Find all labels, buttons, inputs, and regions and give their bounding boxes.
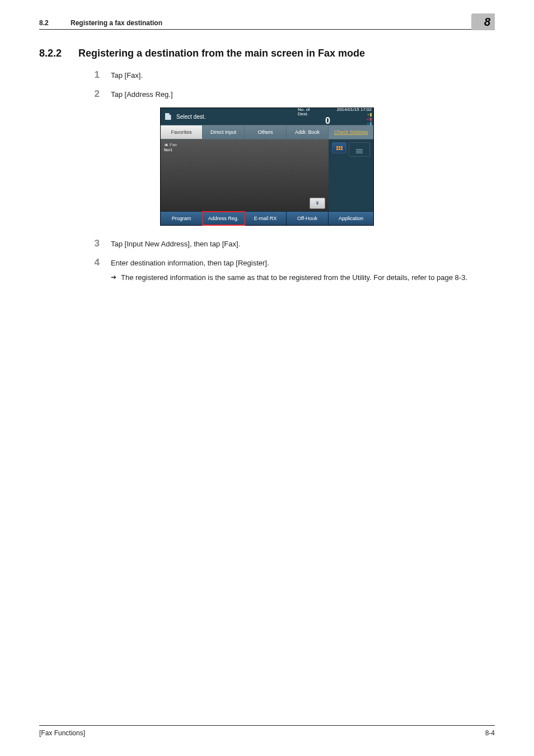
sub-step: ➔ The registered information is the same… (111, 273, 495, 283)
bb-off-hook[interactable]: Off-Hook (287, 212, 329, 225)
running-header-number: 8.2 (39, 19, 71, 27)
svg-rect-1 (166, 118, 170, 118)
mfp-body: Fax fax1 ≡ ▼ (161, 139, 373, 211)
step-text: Tap [Fax]. (111, 69, 495, 80)
datetime: 2014/01/15 17:02 Y M C (332, 108, 373, 125)
job-list-icon[interactable] (161, 108, 176, 125)
list-icon (356, 149, 363, 153)
page-footer: [Fax Functions] 8-4 (39, 725, 495, 737)
date-text: 2014/01/15 17:02 (337, 108, 372, 112)
toner-indicator: Y (367, 113, 372, 116)
chevron-down-icon: ▼ (316, 203, 320, 205)
step-3: 3 Tap [Input New Address], then tap [Fax… (39, 238, 495, 249)
footer-left: [Fax Functions] (39, 729, 85, 737)
step-1: 1 Tap [Fax]. (39, 69, 495, 81)
check-settings-link[interactable]: Check Settings (329, 125, 373, 139)
step-number: 1 (39, 69, 111, 81)
step-number: 2 (39, 88, 111, 100)
section-title: Registering a destination from the main … (78, 48, 495, 59)
view-list-button[interactable] (349, 142, 370, 157)
toner-indicator: M (367, 118, 372, 121)
section-number: 8.2.2 (39, 48, 78, 59)
destination-list-area: Fax fax1 ≡ ▼ (161, 139, 329, 211)
dest-count-label: No. of Dest. (298, 108, 332, 116)
bb-address-reg[interactable]: Address Reg. (203, 212, 245, 225)
entry-name: fax1 (164, 148, 195, 153)
bb-email-rx[interactable]: E-mail RX (245, 212, 287, 225)
mfp-side-panel (329, 139, 373, 211)
mfp-top-bar: Select dest. No. of Dest. 0 2014/01/15 1… (161, 108, 373, 125)
grid-icon (336, 146, 343, 150)
view-grid-button[interactable] (332, 142, 346, 153)
step-number: 3 (39, 238, 111, 249)
footer-right: 8-4 (485, 729, 495, 737)
dest-count: No. of Dest. 0 (298, 108, 332, 125)
bb-program[interactable]: Program (161, 212, 203, 225)
steps-list: 1 Tap [Fax]. 2 Tap [Address Reg.] Select… (39, 69, 495, 283)
scroll-down-button[interactable]: ≡ ▼ (310, 198, 325, 209)
svg-rect-0 (166, 116, 170, 117)
arrow-right-icon: ➔ (111, 273, 121, 281)
section-heading: 8.2.2 Registering a destination from the… (39, 48, 495, 59)
chapter-tab: 8 (471, 13, 495, 30)
mfp-panel: Select dest. No. of Dest. 0 2014/01/15 1… (160, 108, 374, 226)
bb-application[interactable]: Application (329, 212, 373, 225)
mfp-bottom-bar: Program Address Reg. E-mail RX Off-Hook … (161, 211, 373, 225)
step-text: Tap [Input New Address], then tap [Fax]. (111, 238, 495, 248)
mfp-tab-row: Favorites Direct Input Others Addr. Book… (161, 125, 373, 139)
tab-addr-book[interactable]: Addr. Book (287, 125, 329, 139)
mfp-title: Select dest. (176, 108, 298, 125)
step-4: 4 Enter destination information, then ta… (39, 257, 495, 283)
step-number: 4 (39, 257, 111, 268)
dest-count-value: 0 (298, 116, 332, 125)
destination-entry[interactable]: Fax fax1 (164, 143, 195, 153)
step-text: Tap [Address Reg.] (111, 88, 495, 99)
running-header-text: Registering a fax destination (71, 19, 495, 27)
step-2: 2 Tap [Address Reg.] (39, 88, 495, 100)
sub-step-text: The registered information is the same a… (121, 273, 495, 283)
step-text: Enter destination information, then tap … (111, 257, 495, 283)
chapter-tab-number: 8 (484, 16, 490, 29)
tab-others[interactable]: Others (245, 125, 287, 139)
running-header: 8.2 Registering a fax destination (39, 19, 495, 30)
tab-direct-input[interactable]: Direct Input (203, 125, 245, 139)
embedded-screenshot: Select dest. No. of Dest. 0 2014/01/15 1… (39, 108, 495, 226)
tab-favorites[interactable]: Favorites (161, 125, 203, 139)
